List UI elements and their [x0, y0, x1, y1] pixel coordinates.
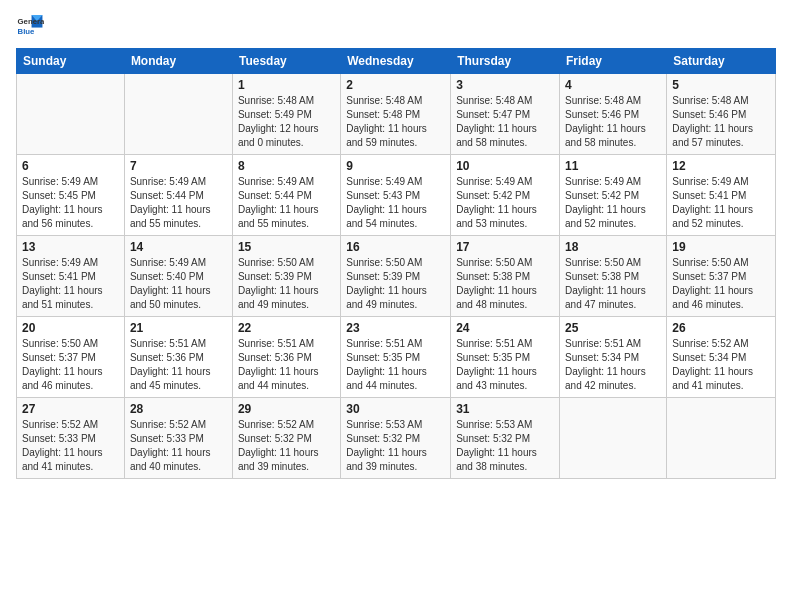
svg-text:Blue: Blue [18, 27, 36, 36]
cell-content: Sunrise: 5:52 AM Sunset: 5:32 PM Dayligh… [238, 418, 335, 474]
weekday-header-row: SundayMondayTuesdayWednesdayThursdayFrid… [17, 49, 776, 74]
weekday-header-cell: Tuesday [232, 49, 340, 74]
calendar-cell: 27 Sunrise: 5:52 AM Sunset: 5:33 PM Dayl… [17, 398, 125, 479]
day-number: 24 [456, 321, 554, 335]
calendar-cell: 2 Sunrise: 5:48 AM Sunset: 5:48 PM Dayli… [341, 74, 451, 155]
calendar-table: SundayMondayTuesdayWednesdayThursdayFrid… [16, 48, 776, 479]
calendar-cell: 4 Sunrise: 5:48 AM Sunset: 5:46 PM Dayli… [560, 74, 667, 155]
day-number: 28 [130, 402, 227, 416]
logo-icon: General Blue [16, 12, 44, 40]
calendar-cell [17, 74, 125, 155]
day-number: 1 [238, 78, 335, 92]
day-number: 22 [238, 321, 335, 335]
cell-content: Sunrise: 5:50 AM Sunset: 5:37 PM Dayligh… [672, 256, 770, 312]
day-number: 14 [130, 240, 227, 254]
weekday-header-cell: Monday [124, 49, 232, 74]
calendar-week-row: 20 Sunrise: 5:50 AM Sunset: 5:37 PM Dayl… [17, 317, 776, 398]
day-number: 23 [346, 321, 445, 335]
calendar-cell: 12 Sunrise: 5:49 AM Sunset: 5:41 PM Dayl… [667, 155, 776, 236]
calendar-week-row: 1 Sunrise: 5:48 AM Sunset: 5:49 PM Dayli… [17, 74, 776, 155]
day-number: 9 [346, 159, 445, 173]
day-number: 21 [130, 321, 227, 335]
day-number: 2 [346, 78, 445, 92]
calendar-cell: 21 Sunrise: 5:51 AM Sunset: 5:36 PM Dayl… [124, 317, 232, 398]
weekday-header-cell: Friday [560, 49, 667, 74]
calendar-body: 1 Sunrise: 5:48 AM Sunset: 5:49 PM Dayli… [17, 74, 776, 479]
calendar-cell: 5 Sunrise: 5:48 AM Sunset: 5:46 PM Dayli… [667, 74, 776, 155]
calendar-cell: 9 Sunrise: 5:49 AM Sunset: 5:43 PM Dayli… [341, 155, 451, 236]
logo: General Blue [16, 12, 44, 40]
calendar-cell: 3 Sunrise: 5:48 AM Sunset: 5:47 PM Dayli… [451, 74, 560, 155]
day-number: 15 [238, 240, 335, 254]
cell-content: Sunrise: 5:49 AM Sunset: 5:45 PM Dayligh… [22, 175, 119, 231]
cell-content: Sunrise: 5:49 AM Sunset: 5:40 PM Dayligh… [130, 256, 227, 312]
cell-content: Sunrise: 5:50 AM Sunset: 5:38 PM Dayligh… [456, 256, 554, 312]
day-number: 10 [456, 159, 554, 173]
day-number: 16 [346, 240, 445, 254]
weekday-header-cell: Wednesday [341, 49, 451, 74]
cell-content: Sunrise: 5:51 AM Sunset: 5:35 PM Dayligh… [346, 337, 445, 393]
day-number: 8 [238, 159, 335, 173]
weekday-header-cell: Saturday [667, 49, 776, 74]
day-number: 17 [456, 240, 554, 254]
cell-content: Sunrise: 5:48 AM Sunset: 5:48 PM Dayligh… [346, 94, 445, 150]
page: General Blue SundayMondayTuesdayWednesda… [0, 0, 792, 612]
calendar-cell: 28 Sunrise: 5:52 AM Sunset: 5:33 PM Dayl… [124, 398, 232, 479]
cell-content: Sunrise: 5:48 AM Sunset: 5:46 PM Dayligh… [565, 94, 661, 150]
day-number: 19 [672, 240, 770, 254]
calendar-week-row: 27 Sunrise: 5:52 AM Sunset: 5:33 PM Dayl… [17, 398, 776, 479]
day-number: 11 [565, 159, 661, 173]
calendar-cell: 29 Sunrise: 5:52 AM Sunset: 5:32 PM Dayl… [232, 398, 340, 479]
header: General Blue [16, 12, 776, 40]
cell-content: Sunrise: 5:51 AM Sunset: 5:36 PM Dayligh… [130, 337, 227, 393]
weekday-header-cell: Thursday [451, 49, 560, 74]
day-number: 29 [238, 402, 335, 416]
cell-content: Sunrise: 5:52 AM Sunset: 5:34 PM Dayligh… [672, 337, 770, 393]
calendar-cell: 31 Sunrise: 5:53 AM Sunset: 5:32 PM Dayl… [451, 398, 560, 479]
calendar-cell: 7 Sunrise: 5:49 AM Sunset: 5:44 PM Dayli… [124, 155, 232, 236]
calendar-cell [560, 398, 667, 479]
calendar-cell: 17 Sunrise: 5:50 AM Sunset: 5:38 PM Dayl… [451, 236, 560, 317]
calendar-cell: 16 Sunrise: 5:50 AM Sunset: 5:39 PM Dayl… [341, 236, 451, 317]
calendar-cell: 25 Sunrise: 5:51 AM Sunset: 5:34 PM Dayl… [560, 317, 667, 398]
calendar-cell [124, 74, 232, 155]
day-number: 3 [456, 78, 554, 92]
day-number: 25 [565, 321, 661, 335]
calendar-cell: 11 Sunrise: 5:49 AM Sunset: 5:42 PM Dayl… [560, 155, 667, 236]
calendar-cell [667, 398, 776, 479]
day-number: 6 [22, 159, 119, 173]
calendar-cell: 23 Sunrise: 5:51 AM Sunset: 5:35 PM Dayl… [341, 317, 451, 398]
day-number: 27 [22, 402, 119, 416]
cell-content: Sunrise: 5:49 AM Sunset: 5:42 PM Dayligh… [456, 175, 554, 231]
calendar-cell: 19 Sunrise: 5:50 AM Sunset: 5:37 PM Dayl… [667, 236, 776, 317]
cell-content: Sunrise: 5:52 AM Sunset: 5:33 PM Dayligh… [130, 418, 227, 474]
day-number: 7 [130, 159, 227, 173]
weekday-header-cell: Sunday [17, 49, 125, 74]
day-number: 31 [456, 402, 554, 416]
calendar-cell: 18 Sunrise: 5:50 AM Sunset: 5:38 PM Dayl… [560, 236, 667, 317]
calendar-cell: 8 Sunrise: 5:49 AM Sunset: 5:44 PM Dayli… [232, 155, 340, 236]
calendar-cell: 10 Sunrise: 5:49 AM Sunset: 5:42 PM Dayl… [451, 155, 560, 236]
calendar-cell: 26 Sunrise: 5:52 AM Sunset: 5:34 PM Dayl… [667, 317, 776, 398]
cell-content: Sunrise: 5:50 AM Sunset: 5:39 PM Dayligh… [346, 256, 445, 312]
cell-content: Sunrise: 5:52 AM Sunset: 5:33 PM Dayligh… [22, 418, 119, 474]
day-number: 18 [565, 240, 661, 254]
day-number: 4 [565, 78, 661, 92]
calendar-cell: 20 Sunrise: 5:50 AM Sunset: 5:37 PM Dayl… [17, 317, 125, 398]
cell-content: Sunrise: 5:51 AM Sunset: 5:36 PM Dayligh… [238, 337, 335, 393]
calendar-cell: 24 Sunrise: 5:51 AM Sunset: 5:35 PM Dayl… [451, 317, 560, 398]
calendar-week-row: 13 Sunrise: 5:49 AM Sunset: 5:41 PM Dayl… [17, 236, 776, 317]
cell-content: Sunrise: 5:53 AM Sunset: 5:32 PM Dayligh… [346, 418, 445, 474]
calendar-week-row: 6 Sunrise: 5:49 AM Sunset: 5:45 PM Dayli… [17, 155, 776, 236]
calendar-cell: 22 Sunrise: 5:51 AM Sunset: 5:36 PM Dayl… [232, 317, 340, 398]
day-number: 26 [672, 321, 770, 335]
day-number: 13 [22, 240, 119, 254]
cell-content: Sunrise: 5:49 AM Sunset: 5:44 PM Dayligh… [238, 175, 335, 231]
svg-text:General: General [18, 17, 44, 26]
cell-content: Sunrise: 5:49 AM Sunset: 5:41 PM Dayligh… [672, 175, 770, 231]
calendar-cell: 1 Sunrise: 5:48 AM Sunset: 5:49 PM Dayli… [232, 74, 340, 155]
cell-content: Sunrise: 5:49 AM Sunset: 5:44 PM Dayligh… [130, 175, 227, 231]
cell-content: Sunrise: 5:50 AM Sunset: 5:37 PM Dayligh… [22, 337, 119, 393]
cell-content: Sunrise: 5:49 AM Sunset: 5:41 PM Dayligh… [22, 256, 119, 312]
cell-content: Sunrise: 5:48 AM Sunset: 5:47 PM Dayligh… [456, 94, 554, 150]
